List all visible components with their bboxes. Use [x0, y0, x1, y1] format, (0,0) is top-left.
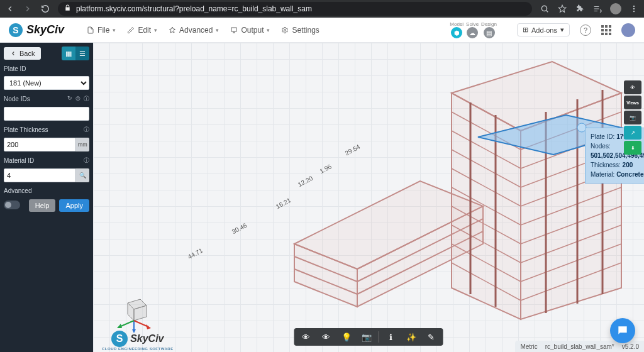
- card-view-icon[interactable]: ▦: [62, 47, 75, 60]
- help-button[interactable]: Help: [29, 199, 56, 212]
- pencil-tool-icon[interactable]: ✎: [422, 330, 441, 344]
- share-icon[interactable]: ↗: [624, 126, 641, 140]
- menu-file[interactable]: File▾: [87, 26, 116, 35]
- back-nav-icon[interactable]: [5, 4, 15, 14]
- thickness-input[interactable]: [4, 138, 75, 151]
- node-ids-input[interactable]: [4, 107, 89, 121]
- svg-point-0: [541, 6, 547, 11]
- plate-id-label: Plate ID: [4, 64, 89, 72]
- material-search-icon[interactable]: 🔍: [75, 168, 89, 182]
- apply-button[interactable]: Apply: [59, 199, 89, 212]
- views-button[interactable]: Views: [624, 96, 641, 109]
- forward-nav-icon[interactable]: [23, 4, 33, 14]
- target-mini-icon[interactable]: ◎: [75, 95, 80, 103]
- info-mini-icon[interactable]: ⓘ: [84, 95, 89, 103]
- svg-point-2: [633, 8, 635, 9]
- properties-panel: Back ▦ ☰ Plate ID 181 (New) Node IDs ↻◎ⓘ…: [0, 43, 93, 352]
- visibility-tool-icon[interactable]: 👁‍: [297, 330, 316, 344]
- grid-dim: 44.71: [187, 247, 204, 260]
- grid-dim: 30.46: [231, 222, 248, 235]
- svg-line-46: [119, 321, 134, 327]
- profile-avatar-browser[interactable]: [610, 3, 621, 14]
- camera-tool-icon[interactable]: 📷: [357, 330, 376, 344]
- extensions-icon[interactable]: [575, 4, 585, 14]
- url-text: platform.skyciv.com/structural?preload_n…: [76, 4, 312, 13]
- kebab-icon[interactable]: [629, 4, 639, 14]
- search-icon[interactable]: [540, 4, 550, 14]
- star-icon[interactable]: [557, 4, 567, 14]
- wand-tool-icon[interactable]: ✨: [402, 330, 421, 344]
- thickness-label: Plate Thicknessⓘ: [4, 124, 89, 134]
- stage-design[interactable]: ▤: [484, 27, 495, 38]
- thickness-unit: mm: [75, 138, 89, 151]
- eye-tool-icon[interactable]: 👁: [317, 330, 336, 344]
- addons-dropdown[interactable]: ⊞Add-ons▾: [517, 23, 570, 36]
- lock-icon: [64, 4, 71, 13]
- node-ids-label: Node IDs ↻◎ⓘ: [4, 94, 89, 103]
- logo-mark-icon: S: [9, 23, 23, 37]
- svg-point-3: [633, 11, 635, 12]
- snapshot-icon[interactable]: 📷: [624, 111, 641, 124]
- version-label: v5.2.0: [622, 343, 639, 350]
- file-name[interactable]: rc_build_slab_wall_sam*: [545, 343, 614, 350]
- svg-rect-4: [231, 28, 236, 31]
- viewport-3d[interactable]: Plate ID: 179 Nodes: 501,502,504,496,497…: [93, 43, 644, 352]
- info-mini-icon[interactable]: ⓘ: [84, 157, 89, 165]
- solver-pipeline: Model⬢ Solve☁ Design▤: [450, 21, 497, 38]
- units-label[interactable]: Metric: [520, 343, 537, 350]
- orientation-gizmo[interactable]: [112, 290, 156, 334]
- panel-view-toggle[interactable]: ▦ ☰: [62, 47, 89, 60]
- svg-point-5: [284, 29, 286, 31]
- apps-grid-icon[interactable]: [601, 25, 611, 35]
- user-avatar[interactable]: [621, 23, 635, 37]
- address-bar[interactable]: platform.skyciv.com/structural?preload_n…: [58, 2, 532, 16]
- eye-view-icon[interactable]: 👁: [624, 80, 641, 94]
- brand-text: SkyCiv: [26, 23, 64, 36]
- menu-output[interactable]: Output▾: [230, 26, 270, 35]
- app-logo: S SkyCiv: [9, 23, 64, 37]
- reload-icon[interactable]: [40, 4, 50, 14]
- svg-line-48: [134, 321, 148, 327]
- info-mini-icon[interactable]: ⓘ: [84, 126, 89, 134]
- menu-edit[interactable]: Edit▾: [127, 26, 157, 35]
- material-label: Material IDⓘ: [4, 155, 89, 165]
- advanced-toggle[interactable]: [4, 201, 20, 209]
- right-toolbar: 👁 Views 📷 ↗ ⬇: [624, 80, 641, 155]
- svg-point-1: [633, 6, 635, 7]
- menu-settings[interactable]: Settings: [281, 26, 319, 35]
- info-tool-icon[interactable]: ℹ: [382, 330, 401, 344]
- playlist-icon[interactable]: [592, 4, 602, 14]
- chat-bubble-icon[interactable]: [610, 318, 635, 343]
- model-building: [282, 55, 644, 332]
- table-view-icon[interactable]: ☰: [75, 47, 89, 60]
- stage-solve[interactable]: ☁: [467, 27, 478, 38]
- svg-marker-47: [117, 324, 122, 328]
- stage-model[interactable]: ⬢: [451, 27, 462, 38]
- menu-advanced[interactable]: Advanced▾: [169, 26, 219, 35]
- material-input[interactable]: [4, 168, 75, 182]
- back-button[interactable]: Back: [4, 47, 41, 60]
- help-icon[interactable]: ?: [580, 25, 591, 36]
- advanced-label: Advanced: [4, 186, 89, 194]
- watermark-logo: S SkyCiv CLOUD ENGINEERING SOFTWARE: [102, 331, 174, 351]
- viewport-toolbar: 👁‍ 👁 💡 📷 ℹ ✨ ✎: [294, 328, 443, 346]
- plate-id-select[interactable]: 181 (New): [4, 76, 89, 90]
- refresh-mini-icon[interactable]: ↻: [67, 95, 72, 103]
- export-icon[interactable]: ⬇: [624, 141, 641, 155]
- bulb-tool-icon[interactable]: 💡: [337, 330, 356, 344]
- svg-marker-49: [146, 324, 151, 329]
